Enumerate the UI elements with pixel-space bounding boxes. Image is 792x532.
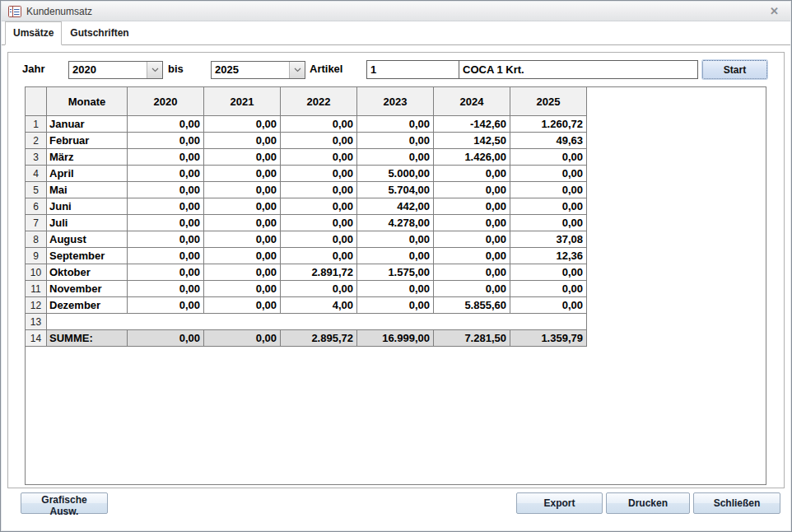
value-cell[interactable]: 0,00 xyxy=(281,281,357,297)
value-cell[interactable]: 1.575,00 xyxy=(357,264,434,281)
row-number-cell[interactable]: 4 xyxy=(26,166,47,182)
value-cell[interactable]: 0,00 xyxy=(434,198,510,215)
value-cell[interactable]: 0,00 xyxy=(357,116,434,133)
value-cell[interactable]: 0,00 xyxy=(281,231,357,248)
value-cell[interactable]: 0,00 xyxy=(434,215,510,231)
value-cell[interactable]: 0,00 xyxy=(204,133,281,149)
value-cell[interactable]: 2.895,72 xyxy=(281,330,357,347)
month-cell[interactable]: August xyxy=(47,231,128,248)
export-button[interactable]: Export xyxy=(516,492,603,514)
month-cell[interactable]: September xyxy=(47,248,128,264)
value-cell[interactable]: 7.281,50 xyxy=(434,330,510,347)
value-cell[interactable]: 0,00 xyxy=(510,198,587,215)
value-cell[interactable]: 0,00 xyxy=(128,264,204,281)
value-cell[interactable]: 0,00 xyxy=(510,297,587,314)
month-cell[interactable]: Juli xyxy=(47,215,128,231)
month-cell[interactable]: Juni xyxy=(47,198,128,215)
value-cell[interactable]: 0,00 xyxy=(434,231,510,248)
value-cell[interactable]: 0,00 xyxy=(281,116,357,133)
month-cell[interactable]: Januar xyxy=(47,116,128,133)
tab-umsaetze[interactable]: Umsätze xyxy=(5,21,62,45)
value-cell[interactable]: 0,00 xyxy=(434,182,510,198)
value-cell[interactable]: 0,00 xyxy=(204,281,281,297)
value-cell[interactable]: 0,00 xyxy=(128,330,204,347)
value-cell[interactable]: 142,50 xyxy=(434,133,510,149)
value-cell[interactable]: 0,00 xyxy=(204,198,281,215)
value-cell[interactable]: 0,00 xyxy=(510,166,587,182)
value-cell[interactable]: 0,00 xyxy=(204,231,281,248)
value-cell[interactable]: 5.704,00 xyxy=(357,182,434,198)
value-cell[interactable]: 0,00 xyxy=(204,330,281,347)
close-icon[interactable]: ✕ xyxy=(770,4,779,18)
month-cell[interactable]: Februar xyxy=(47,133,128,149)
row-number-cell[interactable]: 9 xyxy=(26,248,47,264)
value-cell[interactable]: 4.278,00 xyxy=(357,215,434,231)
value-cell[interactable]: 0,00 xyxy=(281,248,357,264)
value-cell[interactable]: 0,00 xyxy=(204,166,281,182)
value-cell[interactable]: 0,00 xyxy=(128,116,204,133)
month-cell[interactable]: März xyxy=(47,149,128,166)
row-number-cell[interactable]: 11 xyxy=(26,281,47,297)
row-number-cell[interactable]: 6 xyxy=(26,198,47,215)
value-cell[interactable]: 0,00 xyxy=(434,281,510,297)
value-cell[interactable]: 4,00 xyxy=(281,297,357,314)
artikel-name-field[interactable] xyxy=(459,60,698,79)
value-cell[interactable]: 0,00 xyxy=(204,149,281,166)
month-cell[interactable]: April xyxy=(47,166,128,182)
value-cell[interactable]: 0,00 xyxy=(128,133,204,149)
value-cell[interactable]: 0,00 xyxy=(281,149,357,166)
value-cell[interactable]: -142,60 xyxy=(434,116,510,133)
drucken-button[interactable]: Drucken xyxy=(606,492,690,514)
value-cell[interactable]: 49,63 xyxy=(510,133,587,149)
title-bar[interactable]: Kundenumsatz ✕ xyxy=(2,2,790,21)
row-number-cell[interactable]: 10 xyxy=(26,264,47,281)
month-cell[interactable]: Dezember xyxy=(47,297,128,314)
value-cell[interactable]: 0,00 xyxy=(281,133,357,149)
value-cell[interactable]: 0,00 xyxy=(128,166,204,182)
value-cell[interactable]: 0,00 xyxy=(281,215,357,231)
row-number-cell[interactable]: 8 xyxy=(26,231,47,248)
value-cell[interactable]: 5.000,00 xyxy=(357,166,434,182)
value-cell[interactable]: 0,00 xyxy=(204,264,281,281)
schliessen-button[interactable]: Schließen xyxy=(693,492,780,514)
row-number-cell[interactable]: 14 xyxy=(26,330,47,347)
value-cell[interactable]: 0,00 xyxy=(510,215,587,231)
value-cell[interactable]: 0,00 xyxy=(510,281,587,297)
value-cell[interactable]: 0,00 xyxy=(434,248,510,264)
chevron-down-icon[interactable] xyxy=(289,62,305,78)
start-button[interactable]: Start xyxy=(702,60,767,79)
value-cell[interactable]: 0,00 xyxy=(128,198,204,215)
value-cell[interactable]: 1.260,72 xyxy=(510,116,587,133)
value-cell[interactable]: 0,00 xyxy=(281,166,357,182)
value-cell[interactable]: 1.359,79 xyxy=(510,330,587,347)
value-cell[interactable]: 0,00 xyxy=(281,182,357,198)
value-cell[interactable]: 0,00 xyxy=(434,264,510,281)
value-cell[interactable]: 0,00 xyxy=(357,297,434,314)
value-cell[interactable]: 0,00 xyxy=(204,297,281,314)
value-cell[interactable]: 0,00 xyxy=(204,182,281,198)
value-cell[interactable]: 0,00 xyxy=(357,133,434,149)
value-cell[interactable]: 442,00 xyxy=(357,198,434,215)
value-cell[interactable]: 0,00 xyxy=(510,149,587,166)
value-cell[interactable]: 0,00 xyxy=(128,248,204,264)
value-cell[interactable]: 0,00 xyxy=(357,231,434,248)
value-cell[interactable]: 0,00 xyxy=(510,264,587,281)
value-cell[interactable]: 0,00 xyxy=(434,166,510,182)
row-number-cell[interactable]: 3 xyxy=(26,149,47,166)
jahr-bis-combobox[interactable]: 2025 xyxy=(211,61,305,79)
value-cell[interactable]: 2.891,72 xyxy=(281,264,357,281)
value-cell[interactable]: 0,00 xyxy=(204,215,281,231)
month-cell[interactable]: November xyxy=(47,281,128,297)
row-number-cell[interactable]: 7 xyxy=(26,215,47,231)
tab-gutschriften[interactable]: Gutschriften xyxy=(62,21,137,44)
value-cell[interactable]: 0,00 xyxy=(510,182,587,198)
artikel-nr-field[interactable] xyxy=(366,60,459,79)
value-cell[interactable]: 5.855,60 xyxy=(434,297,510,314)
value-cell[interactable]: 16.999,00 xyxy=(357,330,434,347)
value-cell[interactable]: 0,00 xyxy=(128,281,204,297)
value-cell[interactable]: 0,00 xyxy=(128,182,204,198)
value-cell[interactable]: 0,00 xyxy=(128,231,204,248)
month-cell[interactable]: Mai xyxy=(47,182,128,198)
value-cell[interactable]: 0,00 xyxy=(128,215,204,231)
chevron-down-icon[interactable] xyxy=(147,62,162,78)
